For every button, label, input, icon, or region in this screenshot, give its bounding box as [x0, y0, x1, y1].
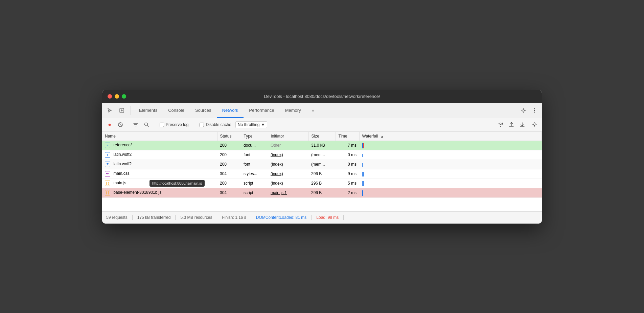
cell-waterfall: [359, 188, 542, 197]
cell-initiator: Other: [268, 141, 308, 150]
title-bar: DevTools - localhost:8080/docs/devtools/…: [102, 90, 542, 103]
cell-initiator: main.js:1: [268, 188, 308, 197]
traffic-lights: [108, 94, 126, 99]
cell-status: 304: [217, 169, 241, 179]
cell-type: script: [241, 188, 268, 197]
tab-bar: Elements Console Sources Network Perform…: [102, 103, 542, 118]
close-button[interactable]: [108, 94, 112, 99]
cell-time: 0 ms: [336, 160, 359, 169]
status-bar: 59 requests 175 kB transferred 5.3 MB re…: [102, 211, 542, 224]
devtools-window: DevTools - localhost:8080/docs/devtools/…: [102, 90, 542, 224]
clear-button[interactable]: [116, 120, 125, 129]
window-title: DevTools - localhost:8080/docs/devtools/…: [264, 94, 380, 99]
cell-size: (mem...: [308, 160, 336, 169]
cell-name: { } main.js http://localhost:8080/js/mai…: [102, 179, 217, 188]
separator-1: [128, 121, 128, 128]
cell-size: 296 B: [308, 179, 336, 188]
tab-memory[interactable]: Memory: [280, 103, 306, 118]
cell-initiator: (index): [268, 150, 308, 160]
tab-network[interactable]: Network: [217, 103, 244, 118]
tab-console[interactable]: Console: [163, 103, 190, 118]
cell-status: 200: [217, 179, 241, 188]
svg-point-1: [523, 110, 525, 111]
download-icon[interactable]: [518, 120, 527, 129]
col-header-initiator[interactable]: Initiator: [268, 132, 308, 141]
font-icon: T: [105, 162, 110, 167]
table-row-empty: [102, 197, 542, 211]
cell-time: 9 ms: [336, 169, 359, 179]
svg-point-14: [534, 124, 535, 126]
minimize-button[interactable]: [115, 94, 119, 99]
tab-performance[interactable]: Performance: [244, 103, 279, 118]
table-row[interactable]: T latin.woff2 200 font (index) (mem... 0…: [102, 160, 542, 169]
upload-icon[interactable]: [507, 120, 516, 129]
col-header-name[interactable]: Name: [102, 132, 217, 141]
font-icon: T: [105, 152, 110, 158]
col-header-type[interactable]: Type: [241, 132, 268, 141]
separator-3: [194, 121, 194, 128]
table-row[interactable]: { } base-element-3018901b.js 304 script …: [102, 188, 542, 197]
maximize-button[interactable]: [122, 94, 126, 99]
svg-point-4: [534, 112, 535, 113]
cell-size: 31.0 kB: [308, 141, 336, 150]
cell-type: script: [241, 179, 268, 188]
js-icon: { }: [105, 190, 110, 195]
status-dom-content-loaded: DOMContentLoaded: 81 ms: [251, 215, 312, 220]
doc-icon: ≡: [105, 143, 110, 148]
table-row[interactable]: T latin.woff2 200 font (index) (mem... 0…: [102, 150, 542, 160]
cell-name: ✏ main.css: [102, 169, 217, 179]
preserve-log-checkbox[interactable]: Preserve log: [157, 122, 191, 127]
more-options-icon[interactable]: [530, 106, 539, 115]
js-icon: { }: [105, 181, 110, 186]
status-requests: 59 requests: [106, 215, 133, 220]
filter-icon[interactable]: [131, 120, 140, 129]
cell-initiator: (index): [268, 179, 308, 188]
cursor-icon[interactable]: [105, 106, 114, 115]
search-icon[interactable]: [142, 120, 151, 129]
cell-waterfall: [359, 141, 542, 150]
cell-waterfall: [359, 179, 542, 188]
cell-name: ≡ reference/: [102, 141, 217, 150]
col-header-time[interactable]: Time: [336, 132, 359, 141]
network-table-container: Name Status Type Initiator Size: [102, 132, 542, 211]
cell-initiator: (index): [268, 160, 308, 169]
tab-bar-icons: [105, 106, 131, 115]
cell-name: T latin.woff2: [102, 150, 217, 160]
tooltip: http://localhost:8080/js/main.js: [150, 180, 205, 187]
svg-point-2: [534, 108, 535, 109]
cell-size: 296 B: [308, 188, 336, 197]
table-row[interactable]: ≡ reference/ 200 docu... Other 31.0 kB 7…: [102, 141, 542, 150]
cell-type: font: [241, 150, 268, 160]
cell-type: font: [241, 160, 268, 169]
throttle-select[interactable]: No throttling ▼: [235, 121, 268, 128]
tab-elements[interactable]: Elements: [134, 103, 163, 118]
sort-icon: ▲: [381, 134, 384, 138]
settings-icon[interactable]: [519, 106, 528, 115]
wifi-settings-icon[interactable]: [496, 120, 505, 129]
cell-waterfall: [359, 150, 542, 160]
cell-time: 7 ms: [336, 141, 359, 150]
disable-cache-checkbox[interactable]: Disable cache: [197, 122, 234, 127]
status-load: Load: 98 ms: [312, 215, 344, 220]
col-header-status[interactable]: Status: [217, 132, 241, 141]
cell-waterfall: [359, 169, 542, 179]
cell-status: 304: [217, 188, 241, 197]
cell-name: T latin.woff2: [102, 160, 217, 169]
cell-size: (mem...: [308, 150, 336, 160]
tab-sources[interactable]: Sources: [190, 103, 217, 118]
svg-line-6: [119, 123, 122, 126]
inspect-icon[interactable]: [117, 106, 127, 115]
tab-more[interactable]: »: [306, 103, 320, 118]
cell-type: docu...: [241, 141, 268, 150]
css-icon: ✏: [105, 171, 110, 176]
cell-type: styles...: [241, 169, 268, 179]
network-settings-icon[interactable]: [530, 120, 539, 129]
network-table: Name Status Type Initiator Size: [102, 132, 542, 211]
col-header-size[interactable]: Size: [308, 132, 336, 141]
table-row[interactable]: ✏ main.css 304 styles... (index) 296 B 9…: [102, 169, 542, 179]
col-header-waterfall[interactable]: Waterfall ▲: [359, 132, 542, 141]
tab-bar-right: [516, 106, 539, 115]
record-button[interactable]: ●: [105, 120, 114, 129]
network-toolbar: ● Preserve log Disable cach: [102, 118, 542, 132]
table-row[interactable]: { } main.js http://localhost:8080/js/mai…: [102, 179, 542, 188]
